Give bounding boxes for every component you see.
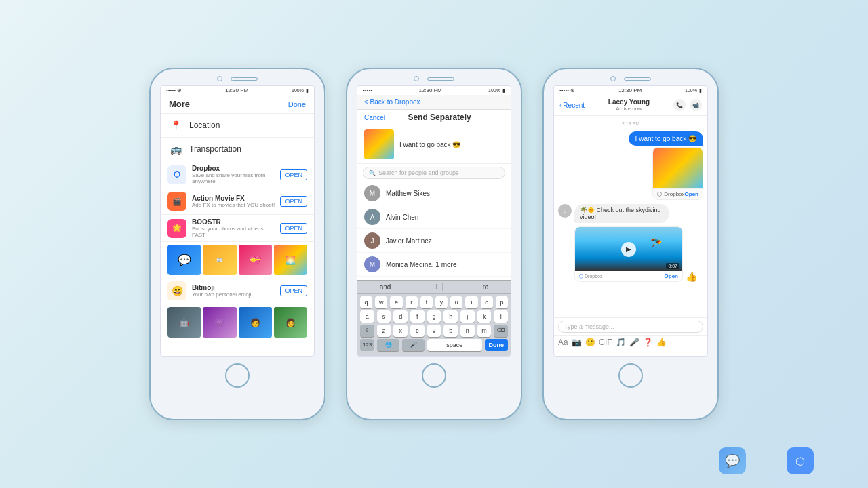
phone-2-status-bar: ••••• 12:30 PM 100%▮ — [357, 86, 511, 95]
phone-3: ••••• ⊛ 12:30 PM 100%▮ ‹ Recent Lacey Yo… — [542, 68, 719, 420]
messenger-deco-icon: 💬 — [719, 447, 746, 474]
app-item-action-movie[interactable]: 🎬 Action Movie FX Add FX to movies that … — [161, 188, 314, 215]
contact-name-2: Javier Martinez — [386, 237, 432, 245]
phone-1-done-button[interactable]: Done — [288, 100, 306, 108]
key-backspace[interactable]: ⌫ — [494, 325, 508, 337]
dropbox-small-icon: ⬡ — [657, 191, 662, 197]
like-reaction[interactable]: 👍 — [686, 271, 697, 282]
phones-container: ••••• ⊛ 12:30 PM 100% ▮ More Done 📍 Loca… — [149, 68, 719, 420]
dropbox-open-button[interactable]: OPEN — [280, 169, 307, 180]
play-button[interactable]: ▶ — [621, 242, 636, 257]
search-placeholder: Search for people and groups — [378, 169, 459, 176]
key-n[interactable]: n — [460, 325, 475, 337]
app-item-dropbox[interactable]: ⬡ Dropbox Save and share your files from… — [161, 161, 314, 188]
key-shift[interactable]: ⇧ — [360, 325, 374, 337]
phone-1-home-button[interactable] — [225, 363, 250, 388]
key-v[interactable]: v — [427, 325, 441, 337]
search-icon: 🔍 — [369, 170, 376, 176]
key-d[interactable]: d — [393, 310, 408, 323]
key-g[interactable]: g — [427, 310, 441, 323]
key-done[interactable]: Done — [485, 339, 509, 351]
suggestion-1[interactable]: I — [432, 283, 443, 291]
wifi-icon: ⊛ — [177, 87, 182, 94]
audio-icon[interactable]: 🎵 — [616, 338, 626, 347]
call-button[interactable]: 📞 — [673, 99, 686, 111]
keyboard-row-3: ⇧ z x c v b n m ⌫ — [360, 325, 508, 337]
strip-thumb-3: 💝 — [239, 245, 272, 275]
key-b[interactable]: b — [443, 325, 458, 337]
video-caption-bubble: 🌴🌞 Check out the skydiving video! — [574, 204, 669, 223]
menu-item-transportation[interactable]: 🚌 Transportation — [161, 138, 314, 161]
key-x[interactable]: x — [393, 325, 408, 337]
key-u[interactable]: u — [450, 296, 462, 308]
phone-3-home-button[interactable] — [618, 363, 643, 388]
cancel-button[interactable]: Cancel — [364, 114, 385, 121]
key-emoji[interactable]: 🌐 — [377, 339, 399, 351]
video-call-button[interactable]: 📹 — [690, 99, 702, 111]
key-l[interactable]: l — [494, 310, 508, 323]
transportation-icon: 🚌 — [169, 142, 182, 156]
video-card-footer: ⬡ Dropbox Open — [575, 271, 682, 281]
strip-thumb-2: 📰 — [203, 245, 236, 275]
key-c[interactable]: c — [410, 325, 425, 337]
key-z[interactable]: z — [377, 325, 391, 337]
key-mic[interactable]: 🎤 — [402, 339, 425, 351]
key-m[interactable]: m — [477, 325, 492, 337]
gif-icon[interactable]: GIF — [599, 338, 612, 347]
contact-item-1[interactable]: A Alvin Chen — [357, 205, 511, 229]
message-input[interactable]: Type a message... — [558, 321, 703, 333]
key-k[interactable]: k — [477, 310, 492, 323]
key-r[interactable]: r — [406, 296, 418, 308]
app-item-boostr[interactable]: 🌟 BOOSTR Boost your photos and videos. F… — [161, 215, 314, 242]
action-movie-name: Action Movie FX — [192, 195, 275, 202]
key-space[interactable]: space — [427, 339, 481, 351]
action-movie-open-button[interactable]: OPEN — [280, 196, 307, 207]
app-item-bitmoji[interactable]: 😄 Bitmoji Your own personal emoji OPEN — [161, 278, 314, 304]
video-open-link[interactable]: Open — [665, 273, 678, 279]
phone-2-home-button[interactable] — [422, 363, 446, 388]
key-h[interactable]: h — [443, 310, 458, 323]
key-e[interactable]: e — [390, 296, 402, 308]
back-to-dropbox-link[interactable]: < Back to Dropbox — [364, 98, 420, 106]
back-button[interactable]: ‹ Recent — [559, 102, 585, 109]
bitmoji-icon: 😄 — [167, 281, 186, 300]
key-q[interactable]: q — [360, 296, 372, 308]
strip-thumb-6: 👾 — [203, 307, 236, 338]
dropbox-label: ⬡ Dropbox — [657, 191, 684, 197]
menu-item-location[interactable]: 📍 Location — [161, 114, 314, 138]
phone-2-back-header: < Back to Dropbox — [357, 95, 511, 110]
key-y[interactable]: y — [435, 296, 448, 308]
suggestion-0[interactable]: and — [376, 283, 396, 291]
action-movie-icon: 🎬 — [167, 192, 186, 211]
mic-icon[interactable]: 🎤 — [629, 338, 639, 347]
thumbs-up-icon[interactable]: 👍 — [656, 338, 667, 347]
dropbox-open-link[interactable]: Open — [685, 191, 698, 197]
help-icon[interactable]: ❓ — [643, 338, 653, 347]
key-i[interactable]: i — [465, 296, 477, 308]
dropbox-name: Dropbox — [192, 165, 275, 172]
key-t[interactable]: t — [420, 296, 433, 308]
image-strip-1: 💬 📰 💝 🌅 — [167, 245, 307, 275]
key-numbers[interactable]: 123 — [360, 339, 374, 351]
send-separately-title: Send Separately — [408, 113, 471, 122]
contact-item-2[interactable]: J Javier Martinez — [357, 229, 511, 253]
suggestion-2[interactable]: to — [479, 283, 492, 291]
bitmoji-open-button[interactable]: OPEN — [280, 285, 307, 296]
key-p[interactable]: p — [496, 296, 508, 308]
key-o[interactable]: o — [481, 296, 493, 308]
contact-item-0[interactable]: M Matthew Sikes — [357, 182, 511, 205]
key-a[interactable]: a — [360, 310, 374, 323]
camera-icon[interactable]: 📷 — [572, 338, 582, 347]
contact-name-3: Monica Medina, 1 more — [386, 261, 457, 268]
key-w[interactable]: w — [375, 296, 387, 308]
key-f[interactable]: f — [410, 310, 425, 323]
back-label: Recent — [563, 102, 585, 109]
key-s[interactable]: s — [377, 310, 391, 323]
sticker-icon[interactable]: 🙂 — [585, 338, 595, 347]
text-format-icon[interactable]: Aa — [558, 338, 568, 347]
contact-item-3[interactable]: M Monica Medina, 1 more — [357, 253, 511, 277]
boostr-open-button[interactable]: OPEN — [280, 223, 307, 234]
key-j[interactable]: j — [460, 310, 475, 323]
search-bar[interactable]: 🔍 Search for people and groups — [363, 167, 505, 179]
chat-input-container: Type a message... Aa 📷 🙂 GIF 🎵 🎤 ❓ 👍 — [554, 317, 707, 348]
